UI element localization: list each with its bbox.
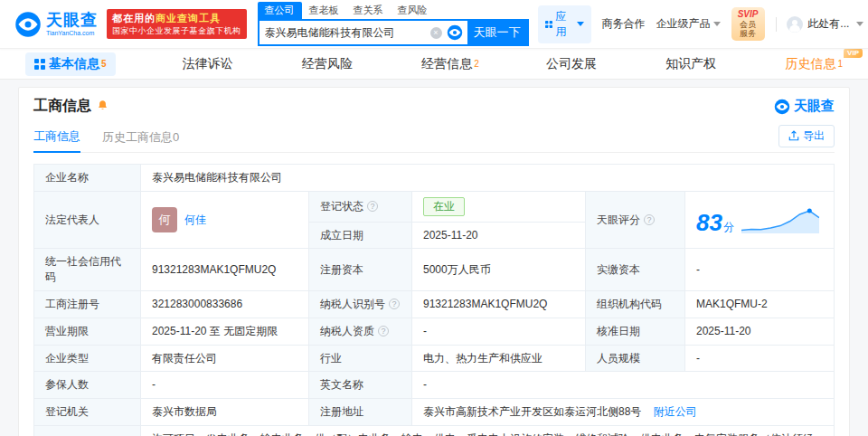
table-row: 企业名称 泰兴易电储能科技有限公司 [34, 165, 835, 192]
biz-coop-link[interactable]: 商务合作 [602, 16, 646, 32]
tab-label: 经营信息 [421, 56, 472, 72]
table-row: 法定代表人 何 何佳 登记状态 在业 天眼评分 83分 [34, 191, 835, 222]
address-text: 泰兴市高新技术产业开发区如泰运河北侧88号 [423, 405, 641, 418]
en-name-label: 英文名称 [309, 372, 412, 399]
user-menu[interactable]: 此处有... [787, 16, 863, 33]
company-type-label: 企业类型 [34, 345, 141, 372]
question-icon[interactable] [644, 214, 655, 225]
company-name-value: 泰兴易电储能科技有限公司 [141, 165, 835, 192]
term-label: 营业期限 [34, 318, 141, 345]
export-button[interactable]: 导出 [778, 125, 835, 147]
insured-label: 参保人数 [34, 372, 141, 399]
clear-icon[interactable] [430, 27, 442, 39]
section-nav: 基本信息5 法律诉讼 经营风险 经营信息2 公司发展 知识产权 历史信息1 VI… [0, 49, 868, 80]
address-value: 泰兴市高新技术产业开发区如泰运河北侧88号 附近公司 [412, 399, 835, 426]
score-trend-chart [741, 204, 819, 235]
promo-line1: 都在用的商业查询工具 [112, 12, 241, 25]
header-right: 应用 商务合作 企业级产品 SVIP 会员服务 此处有... [538, 5, 864, 43]
search-tab-boss[interactable]: 查老板 [302, 2, 346, 19]
score-value-cell[interactable]: 83分 [685, 191, 835, 249]
question-icon[interactable] [367, 201, 378, 212]
bell-icon[interactable] [97, 100, 108, 114]
table-row: 统一社会信用代码 91321283MAK1QFMU2Q 注册资本 5000万人民… [34, 249, 835, 291]
tab-intellectual-property[interactable]: 知识产权 [665, 56, 718, 72]
search-tab-risk[interactable]: 查风险 [391, 2, 435, 19]
score-number: 83分 [696, 211, 734, 235]
tab-basic-info[interactable]: 基本信息5 [25, 52, 116, 76]
taxpayer-id-label-text: 纳税人识别号 [320, 298, 385, 310]
legal-rep-avatar[interactable]: 何 [152, 207, 177, 232]
paid-capital-value: - [685, 249, 835, 291]
logo-cn: 天眼查 [46, 12, 98, 28]
subtabs: 工商信息 历史工商信息0 导出 [33, 123, 835, 153]
address-label: 注册地址 [309, 399, 412, 426]
table-row: 工商注册号 321283000833686 纳税人识别号 91321283MAK… [34, 290, 835, 318]
enterprise-product-menu[interactable]: 企业级产品 [656, 16, 721, 32]
logo-en: TianYanCha.com [46, 30, 98, 36]
question-icon[interactable] [378, 326, 389, 336]
question-icon[interactable] [389, 299, 400, 309]
reg-status-value: 在业 [412, 191, 586, 222]
eye-logo-icon [14, 11, 42, 38]
search-tab-company[interactable]: 查公司 [258, 2, 302, 19]
company-type-value: 有限责任公司 [141, 345, 309, 372]
tab-legal-proceedings[interactable]: 法律诉讼 [183, 56, 235, 72]
tab-label: 基本信息 [49, 56, 99, 72]
watermark-brand-text: 天眼查 [794, 98, 835, 115]
promo-badge: 都在用的商业查询工具 国家中小企业发展子基金旗下机构 [107, 9, 247, 39]
tianyancha-logo[interactable]: 天眼查 TianYanCha.com [14, 11, 98, 38]
search-tabs: 查公司 查老板 查关系 查风险 [258, 2, 529, 19]
paid-capital-label: 实缴资本 [586, 249, 685, 291]
staff-label: 人员规模 [586, 345, 685, 372]
basic-info-icon [34, 59, 45, 70]
apps-menu[interactable]: 应用 [538, 5, 591, 43]
search-input[interactable] [259, 26, 430, 39]
promo-line1-left: 都在用的 [112, 13, 156, 24]
reg-capital-value: 5000万人民币 [412, 249, 586, 291]
nearby-companies-link[interactable]: 附近公司 [654, 405, 697, 418]
chevron-down-icon [856, 22, 863, 26]
logo-text: 天眼查 TianYanCha.com [46, 12, 98, 36]
score-label-text: 天眼评分 [597, 213, 640, 226]
divider [776, 17, 777, 32]
establish-date-value: 2025-11-20 [412, 222, 586, 249]
tab-company-development[interactable]: 公司发展 [546, 56, 599, 72]
legal-rep-link[interactable]: 何佳 [184, 213, 206, 228]
business-scope-label: 经营范围 [34, 425, 141, 436]
reg-status-label: 登记状态 [309, 191, 412, 222]
table-row: 经营范围 许可项目：发电业务、输电业务、供（配）电业务；输电、供电、受电电力设施… [34, 425, 835, 436]
subtab-business-info[interactable]: 工商信息 [33, 123, 80, 153]
tab-count: 2 [474, 59, 479, 69]
search-button[interactable]: 天眼一下 [467, 21, 527, 44]
watermark-logo: 天眼查 [774, 98, 835, 115]
svip-line2: 会员服务 [738, 20, 759, 39]
tab-operation-info[interactable]: 经营信息2 [421, 56, 479, 72]
vip-tag: VIP [844, 48, 863, 58]
en-name-value: - [412, 372, 835, 399]
subtab-history-business-info[interactable]: 历史工商信息0 [102, 124, 179, 152]
export-label: 导出 [803, 128, 825, 144]
tab-history-info[interactable]: 历史信息1 VIP [785, 56, 843, 72]
taxpayer-id-value: 91321283MAK1QFMU2Q [412, 290, 586, 318]
table-row: 参保人数 - 英文名称 - [34, 372, 835, 399]
reg-capital-label: 注册资本 [309, 249, 412, 291]
taxpayer-id-label: 纳税人识别号 [309, 290, 412, 318]
export-icon [788, 130, 799, 141]
search-area: 查公司 查老板 查关系 查风险 天眼一下 [258, 2, 529, 46]
svip-line1: SVIP [738, 9, 759, 20]
score-label: 天眼评分 [586, 191, 685, 249]
score-unit: 分 [723, 221, 734, 233]
tab-count: 1 [837, 59, 843, 69]
reg-authority-label: 登记机关 [34, 399, 141, 426]
taxpayer-quali-value: - [412, 318, 586, 345]
tab-label: 知识产权 [665, 56, 716, 72]
table-row: 登记机关 泰兴市数据局 注册地址 泰兴市高新技术产业开发区如泰运河北侧88号 附… [34, 399, 835, 426]
tab-label: 法律诉讼 [183, 56, 233, 72]
search-tab-relation[interactable]: 查关系 [346, 2, 391, 19]
insured-value: - [141, 372, 309, 399]
uscc-value: 91321283MAK1QFMU2Q [141, 249, 309, 291]
svip-badge[interactable]: SVIP 会员服务 [731, 7, 765, 40]
business-scope-value: 许可项目：发电业务、输电业务、供（配）电业务；输电、供电、受电电力设施的安装、维… [141, 425, 835, 436]
tab-operation-risk[interactable]: 经营风险 [302, 56, 354, 72]
apps-menu-label: 应用 [556, 9, 571, 40]
